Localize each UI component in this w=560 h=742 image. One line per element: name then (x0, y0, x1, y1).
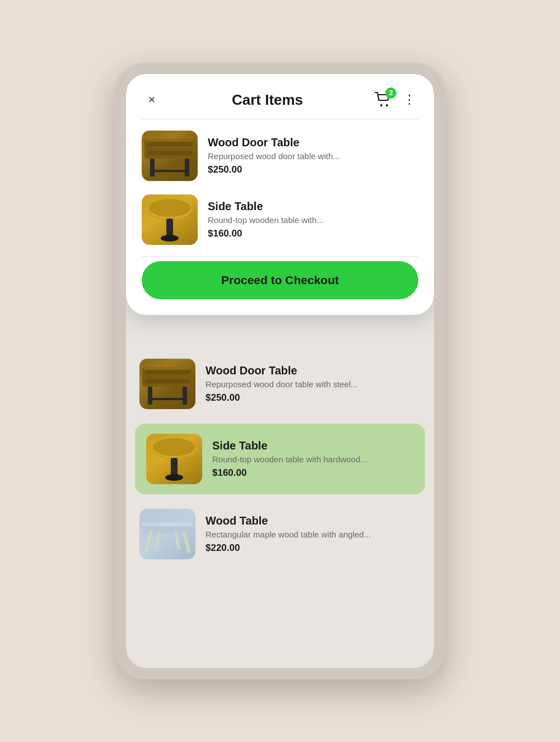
svg-point-19 (380, 104, 382, 106)
more-options-button[interactable]: ⋮ (401, 90, 418, 109)
close-button[interactable]: × (142, 90, 162, 110)
bg-list-item-highlighted[interactable]: Side Table Round-top wooden table with h… (135, 424, 425, 494)
modal-title: Cart Items (162, 91, 373, 109)
bg-item-name: Side Table (212, 439, 414, 452)
bg-item-price: $160.00 (212, 467, 414, 479)
cart-item-image (142, 131, 198, 181)
svg-line-18 (176, 533, 179, 548)
svg-rect-27 (185, 159, 189, 177)
svg-rect-6 (183, 387, 187, 405)
bg-item-desc: Rectangular maple wood table with angled… (206, 530, 421, 539)
phone-inner: Wood Door Table Repurposed wood door tab… (126, 74, 434, 668)
svg-rect-14 (142, 523, 193, 526)
bg-item-desc: Round-top wooden table with hardwood... (212, 455, 414, 464)
cart-item-name: Wood Door Table (208, 136, 418, 149)
modal-header: × Cart Items 2 ⋮ (126, 74, 434, 119)
svg-rect-25 (147, 151, 192, 155)
header-right: 2 ⋮ (373, 90, 418, 110)
bg-item-image (139, 509, 195, 559)
bg-list-item[interactable]: Wood Door Table Repurposed wood door tab… (126, 349, 434, 419)
cart-item-image (142, 194, 198, 245)
checkout-button[interactable]: Proceed to Checkout (142, 261, 418, 299)
bg-item-price: $250.00 (206, 392, 421, 404)
cart-item[interactable]: Wood Door Table Repurposed wood door tab… (142, 131, 418, 181)
cart-item-price: $250.00 (208, 164, 418, 175)
phone-frame: Wood Door Table Repurposed wood door tab… (115, 63, 445, 679)
bg-item-image (146, 434, 202, 484)
cart-item-price: $160.00 (208, 228, 418, 239)
svg-point-20 (386, 104, 388, 106)
bg-item-name: Wood Door Table (206, 364, 421, 377)
svg-rect-2 (145, 370, 190, 374)
svg-line-17 (156, 533, 159, 548)
svg-point-31 (148, 199, 191, 217)
footer-divider (142, 256, 418, 257)
cart-badge: 2 (385, 87, 396, 99)
svg-rect-26 (150, 159, 155, 177)
svg-point-10 (153, 438, 195, 456)
bg-item-info: Wood Table Rectangular maple wood table … (206, 514, 421, 554)
svg-rect-4 (145, 379, 190, 383)
cart-item-name: Side Table (208, 200, 418, 213)
svg-point-33 (161, 235, 179, 242)
svg-rect-5 (148, 387, 152, 405)
cart-item[interactable]: Side Table Round-top wooden table with..… (142, 194, 418, 245)
bg-item-desc: Repurposed wood door table with steel... (206, 379, 421, 389)
bg-item-info: Side Table Round-top wooden table with h… (212, 439, 414, 479)
svg-rect-3 (145, 374, 190, 379)
cart-modal: × Cart Items 2 ⋮ (126, 74, 434, 315)
svg-rect-23 (147, 142, 192, 146)
svg-line-15 (146, 533, 151, 551)
cart-item-desc: Round-top wooden table with... (208, 215, 418, 225)
cart-item-info: Side Table Round-top wooden table with..… (208, 200, 418, 239)
svg-point-12 (165, 474, 183, 481)
bg-item-price: $220.00 (206, 542, 421, 554)
cart-button[interactable]: 2 (373, 90, 393, 110)
bg-item-info: Wood Door Table Repurposed wood door tab… (206, 364, 421, 404)
cart-item-info: Wood Door Table Repurposed wood door tab… (208, 136, 418, 175)
bg-item-image (139, 359, 195, 409)
svg-rect-28 (150, 170, 189, 172)
svg-rect-1 (144, 367, 191, 370)
modal-cart-items: Wood Door Table Repurposed wood door tab… (126, 119, 434, 256)
bg-item-name: Wood Table (206, 514, 421, 527)
svg-rect-7 (148, 398, 187, 400)
svg-rect-24 (147, 146, 192, 151)
cart-item-desc: Repurposed wood door table with... (208, 151, 418, 161)
svg-rect-22 (146, 139, 193, 142)
bg-list-item[interactable]: Wood Table Rectangular maple wood table … (126, 499, 434, 569)
svg-line-16 (184, 533, 189, 551)
